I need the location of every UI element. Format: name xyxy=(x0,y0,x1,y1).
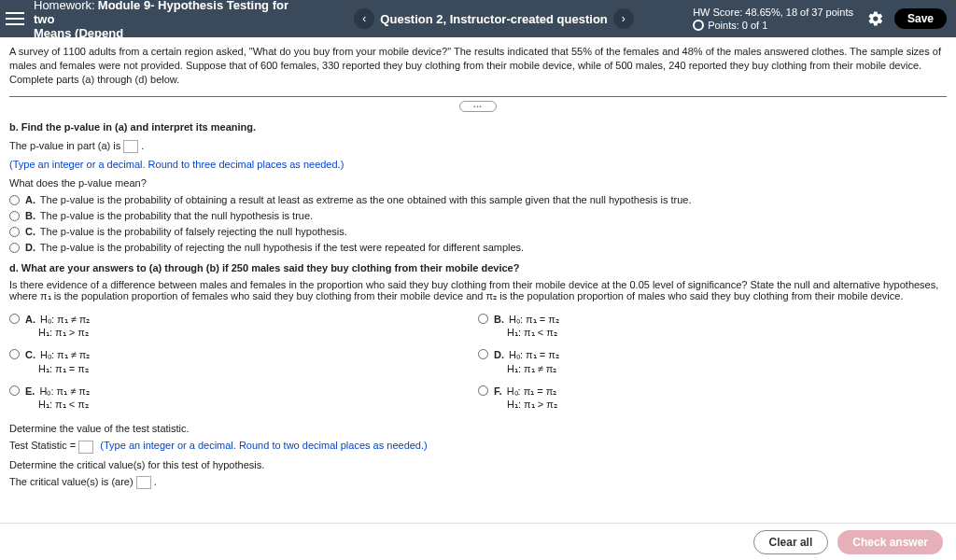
hyp-c-h1: H₁: π₁ = π₂ xyxy=(38,363,89,374)
hyp-d[interactable]: D. H₀: π₁ = π₂H₁: π₁ ≠ π₂ xyxy=(478,348,947,375)
pvalue-input[interactable] xyxy=(123,140,138,153)
question-nav: ‹ Question 2, Instructor-created questio… xyxy=(295,8,693,29)
choice-c-text: The p-value is the probability of falsel… xyxy=(40,226,347,237)
prev-question-button[interactable]: ‹ xyxy=(354,8,374,29)
hyp-f[interactable]: F. H₀: π₁ = π₂H₁: π₁ > π₂ xyxy=(478,385,947,412)
pvalue-meaning-q: What does the p-value mean? xyxy=(9,177,947,189)
hyp-a-h0: H₀: π₁ ≠ π₂ xyxy=(40,314,90,325)
check-answer-button[interactable]: Check answer xyxy=(837,530,943,554)
points-line: Points: 0 of 1 xyxy=(708,19,767,32)
hyp-e[interactable]: E. H₀: π₁ ≠ π₂H₁: π₁ < π₂ xyxy=(9,385,478,412)
teststat-pre: Test Statistic = xyxy=(9,440,78,451)
header-bar: Homework: Module 9- Hypothesis Testing f… xyxy=(0,0,956,37)
pvalue-row: The p-value in part (a) is . xyxy=(9,140,947,153)
hyp-a-h1: H₁: π₁ > π₂ xyxy=(38,327,89,338)
pvalue-pre: The p-value in part (a) is xyxy=(9,140,123,151)
question-intro: A survey of 1100 adults from a certain r… xyxy=(9,45,947,87)
radio-icon[interactable] xyxy=(478,314,488,324)
radio-icon[interactable] xyxy=(9,349,20,359)
teststat-label: Determine the value of the test statisti… xyxy=(9,423,947,434)
menu-icon[interactable] xyxy=(6,12,24,25)
part-d-title: d. What are your answers to (a) through … xyxy=(9,262,947,273)
hyp-b-h1: H₁: π₁ < π₂ xyxy=(507,327,557,338)
hypothesis-choices: A. H₀: π₁ ≠ π₂H₁: π₁ > π₂ B. H₀: π₁ = π₂… xyxy=(9,308,947,416)
hw-name-line2: Means (Depend xyxy=(34,26,295,40)
radio-icon[interactable] xyxy=(9,195,20,205)
choice-d-text: The p-value is the probability of reject… xyxy=(40,242,524,253)
choice-c[interactable]: C. The p-value is the probability of fal… xyxy=(9,226,947,237)
divider xyxy=(9,96,947,97)
teststat-row: Test Statistic = (Type an integer or a d… xyxy=(9,440,947,453)
pvalue-hint: (Type an integer or a decimal. Round to … xyxy=(9,159,947,170)
hyp-a[interactable]: A. H₀: π₁ ≠ π₂H₁: π₁ > π₂ xyxy=(9,313,478,340)
radio-icon[interactable] xyxy=(9,211,20,221)
hyp-d-h1: H₁: π₁ ≠ π₂ xyxy=(507,363,556,374)
expand-icon[interactable]: ••• xyxy=(459,101,497,112)
teststat-hint: (Type an integer or a decimal. Round to … xyxy=(100,440,427,451)
points-icon xyxy=(693,20,704,31)
next-question-button[interactable]: › xyxy=(613,8,634,29)
hw-score: HW Score: 48.65%, 18 of 37 points xyxy=(693,6,853,19)
crit-row: The critical value(s) is (are) . xyxy=(9,476,947,489)
crit-input[interactable] xyxy=(136,476,151,489)
part-d-question: Is there evidence of a difference betwee… xyxy=(9,279,947,302)
choice-a[interactable]: A. The p-value is the probability of obt… xyxy=(9,194,947,205)
pvalue-choices: A. The p-value is the probability of obt… xyxy=(9,194,947,253)
question-label: Question 2, Instructor-created question xyxy=(380,12,607,26)
radio-icon[interactable] xyxy=(9,314,20,324)
hyp-d-h0: H₀: π₁ = π₂ xyxy=(509,349,559,360)
radio-icon[interactable] xyxy=(9,227,20,237)
pvalue-post: . xyxy=(141,140,144,151)
radio-icon[interactable] xyxy=(478,349,488,359)
settings-icon[interactable] xyxy=(866,9,885,28)
clear-all-button[interactable]: Clear all xyxy=(753,530,829,554)
hyp-f-h0: H₀: π₁ = π₂ xyxy=(507,385,557,397)
hyp-e-h1: H₁: π₁ < π₂ xyxy=(38,399,89,410)
crit-label: Determine the critical value(s) for this… xyxy=(9,459,947,470)
save-button[interactable]: Save xyxy=(894,8,947,29)
question-content: A survey of 1100 adults from a certain r… xyxy=(0,37,956,532)
choice-d[interactable]: D. The p-value is the probability of rej… xyxy=(9,242,947,253)
hyp-c[interactable]: C. H₀: π₁ ≠ π₂H₁: π₁ = π₂ xyxy=(9,348,478,375)
part-b-title: b. Find the p-value in (a) and interpret… xyxy=(9,121,947,133)
hyp-b[interactable]: B. H₀: π₁ = π₂H₁: π₁ < π₂ xyxy=(478,313,947,340)
radio-icon[interactable] xyxy=(478,385,488,396)
crit-pre: The critical value(s) is (are) xyxy=(9,476,136,487)
hyp-b-h0: H₀: π₁ = π₂ xyxy=(509,314,559,325)
choice-a-text: The p-value is the probability of obtain… xyxy=(40,194,692,205)
radio-icon[interactable] xyxy=(9,243,20,253)
score-block: HW Score: 48.65%, 18 of 37 points Points… xyxy=(693,6,853,33)
hw-prefix: Homework: xyxy=(34,0,95,12)
choice-b[interactable]: B. The p-value is the probability that t… xyxy=(9,210,947,221)
footer-bar: Clear all Check answer xyxy=(0,523,956,560)
crit-post: . xyxy=(154,476,157,487)
choice-b-text: The p-value is the probability that the … xyxy=(40,210,313,221)
hyp-e-h0: H₀: π₁ ≠ π₂ xyxy=(39,385,89,397)
hyp-c-h0: H₀: π₁ ≠ π₂ xyxy=(40,349,90,360)
teststat-input[interactable] xyxy=(78,441,93,454)
assignment-title: Homework: Module 9- Hypothesis Testing f… xyxy=(34,0,295,40)
hyp-f-h1: H₁: π₁ > π₂ xyxy=(507,399,557,410)
radio-icon[interactable] xyxy=(9,385,20,396)
